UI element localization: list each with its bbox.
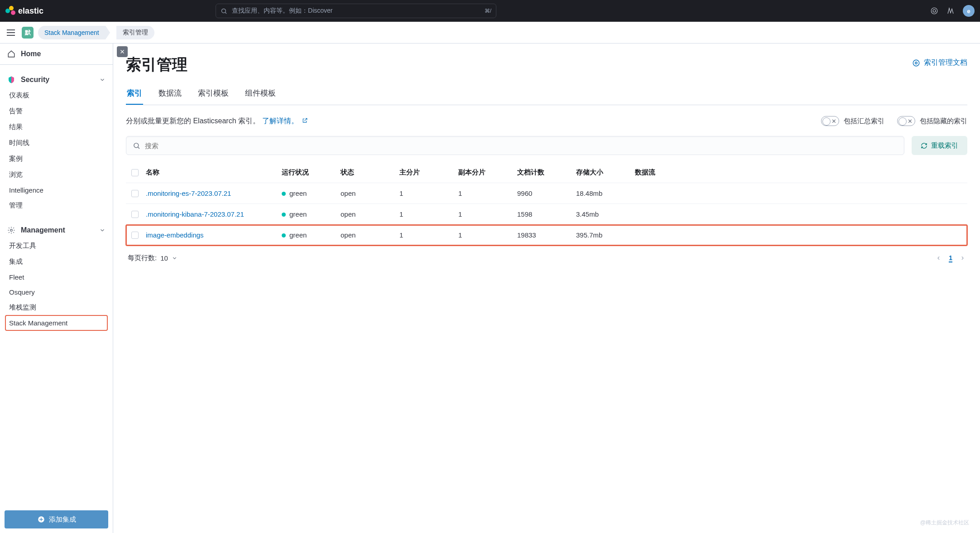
tab[interactable]: 索引模板 xyxy=(197,88,230,105)
sidebar-home[interactable]: Home xyxy=(0,44,113,65)
sidebar-header-security[interactable]: Security xyxy=(5,72,107,87)
cell-replicas: 1 xyxy=(458,210,517,218)
svg-point-15 xyxy=(134,143,139,147)
table-header: 名称 运行状况 状态 主分片 副本分片 文档计数 存储大小 数据流 xyxy=(126,162,967,183)
col-storage[interactable]: 存储大小 xyxy=(576,168,635,177)
sidebar-item[interactable]: 案例 xyxy=(5,151,107,167)
toggle-rollup[interactable]: ✕ 包括汇总索引 xyxy=(821,116,884,126)
keyboard-shortcut: ⌘/ xyxy=(485,8,491,14)
add-integration-button[interactable]: 添加集成 xyxy=(5,510,108,528)
cell-storage: 18.48mb xyxy=(576,189,635,197)
cell-docs: 19833 xyxy=(517,231,576,239)
col-replicas[interactable]: 副本分片 xyxy=(458,168,517,177)
table-row[interactable]: .monitoring-es-7-2023.07.21greenopen1199… xyxy=(126,183,967,204)
space-selector[interactable]: 默 xyxy=(22,27,34,39)
col-health[interactable]: 运行状况 xyxy=(282,168,341,177)
toggle-group: ✕ 包括汇总索引 ✕ 包括隐藏的索引 xyxy=(821,116,967,126)
help-icon[interactable] xyxy=(946,7,955,15)
top-header: elastic 查找应用、内容等。例如：Discover ⌘/ e xyxy=(0,0,980,22)
switch-off-icon[interactable]: ✕ xyxy=(897,116,915,126)
security-icon xyxy=(7,76,15,84)
sidebar-item[interactable]: 结果 xyxy=(5,119,107,135)
sidebar-item[interactable]: 时间线 xyxy=(5,135,107,151)
sidebar-header-management[interactable]: Management xyxy=(5,223,107,238)
index-name-link[interactable]: .monitoring-es-7-2023.07.21 xyxy=(146,189,282,197)
brand-logo[interactable]: elastic xyxy=(5,6,43,16)
sidebar-item[interactable]: Intelligence xyxy=(5,183,107,198)
sidebar-item[interactable]: 集成 xyxy=(5,254,107,270)
global-search-placeholder: 查找应用、内容等。例如：Discover xyxy=(232,7,332,15)
cell-replicas: 1 xyxy=(458,189,517,197)
cell-status: open xyxy=(341,231,399,239)
close-icon[interactable] xyxy=(117,46,128,57)
health-dot-icon xyxy=(282,233,286,237)
nav-toggle-icon[interactable] xyxy=(5,26,17,39)
cell-primaries: 1 xyxy=(399,231,458,239)
tab[interactable]: 索引 xyxy=(126,88,143,105)
search-input[interactable] xyxy=(126,136,904,155)
col-datastream[interactable]: 数据流 xyxy=(635,168,680,177)
table-footer: 每页行数: 10 1 xyxy=(126,254,967,262)
sidebar-item[interactable]: 堆栈监测 xyxy=(5,300,107,315)
sidebar-item[interactable]: 开发工具 xyxy=(5,238,107,254)
elastic-logo-icon xyxy=(5,6,15,16)
toggle-hidden[interactable]: ✕ 包括隐藏的索引 xyxy=(897,116,967,126)
breadcrumb-bar: 默 Stack Management 索引管理 xyxy=(0,22,980,44)
page-prev-icon[interactable] xyxy=(936,255,942,261)
cell-replicas: 1 xyxy=(458,231,517,239)
cell-health: green xyxy=(282,210,341,218)
table-row[interactable]: .monitoring-kibana-7-2023.07.21greenopen… xyxy=(126,204,967,225)
learn-more-link[interactable]: 了解详情。 xyxy=(262,117,298,125)
index-name-link[interactable]: image-embeddings xyxy=(146,231,282,239)
plus-circle-icon xyxy=(37,515,45,523)
brand-name: elastic xyxy=(18,6,43,16)
index-name-link[interactable]: .monitoring-kibana-7-2023.07.21 xyxy=(146,210,282,218)
watermark: @稀土掘金技术社区 xyxy=(920,519,969,527)
page-next-icon[interactable] xyxy=(960,255,966,261)
svg-line-16 xyxy=(138,147,139,148)
sidebar-item[interactable]: Fleet xyxy=(5,270,107,285)
svg-point-13 xyxy=(913,60,919,66)
header-right: e xyxy=(930,5,975,17)
indices-table: 名称 运行状况 状态 主分片 副本分片 文档计数 存储大小 数据流 .monit… xyxy=(126,162,967,246)
chevron-down-icon xyxy=(99,77,106,83)
col-primaries[interactable]: 主分片 xyxy=(399,168,458,177)
description-row: 分别或批量更新您的 Elasticsearch 索引。 了解详情。 ✕ 包括汇总… xyxy=(126,116,967,126)
newsfeed-icon[interactable] xyxy=(930,7,938,15)
sidebar-item[interactable]: 告警 xyxy=(5,103,107,119)
sidebar-item[interactable]: 浏览 xyxy=(5,167,107,183)
svg-point-7 xyxy=(10,229,13,232)
table-row[interactable]: image-embeddingsgreenopen1119833395.7mb xyxy=(126,225,967,246)
search-field[interactable] xyxy=(145,142,898,150)
select-all-checkbox[interactable] xyxy=(131,169,139,176)
user-avatar[interactable]: e xyxy=(963,5,975,17)
row-checkbox[interactable] xyxy=(131,232,139,239)
sidebar-item[interactable]: Stack Management xyxy=(5,315,107,330)
cell-status: open xyxy=(341,189,399,197)
row-checkbox[interactable] xyxy=(131,190,139,197)
col-name[interactable]: 名称 xyxy=(146,168,282,177)
rows-per-page[interactable]: 每页行数: 10 xyxy=(128,254,178,262)
breadcrumb-current: 索引管理 xyxy=(116,26,154,39)
cell-docs: 9960 xyxy=(517,189,576,197)
page-number[interactable]: 1 xyxy=(949,254,952,262)
cell-docs: 1598 xyxy=(517,210,576,218)
switch-off-icon[interactable]: ✕ xyxy=(821,116,839,126)
breadcrumb-stack-management[interactable]: Stack Management xyxy=(38,26,106,39)
reload-button[interactable]: 重载索引 xyxy=(912,136,967,155)
sidebar-item[interactable]: 仪表板 xyxy=(5,87,107,103)
tab[interactable]: 数据流 xyxy=(158,88,183,105)
refresh-icon xyxy=(921,142,927,149)
docs-link[interactable]: 索引管理文档 xyxy=(912,58,967,68)
svg-point-2 xyxy=(931,8,937,14)
sidebar-item[interactable]: Osquery xyxy=(5,285,107,300)
global-search[interactable]: 查找应用、内容等。例如：Discover ⌘/ xyxy=(216,4,496,18)
gear-icon xyxy=(7,226,15,234)
col-docs[interactable]: 文档计数 xyxy=(517,168,576,177)
col-status[interactable]: 状态 xyxy=(341,168,399,177)
sidebar-item[interactable]: 管理 xyxy=(5,198,107,213)
svg-point-3 xyxy=(933,10,936,12)
cell-primaries: 1 xyxy=(399,210,458,218)
tab[interactable]: 组件模板 xyxy=(244,88,277,105)
row-checkbox[interactable] xyxy=(131,211,139,218)
